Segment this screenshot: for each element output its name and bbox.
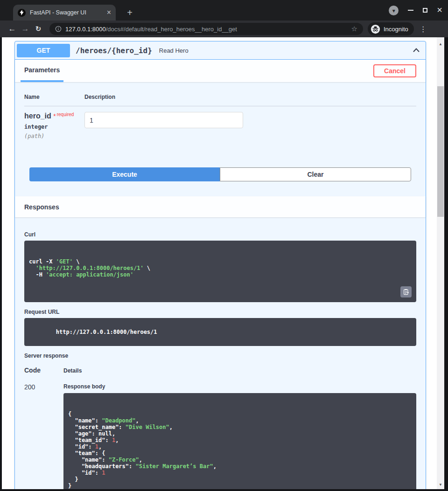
method-badge[interactable]: GET	[17, 44, 70, 57]
reload-button[interactable]	[32, 22, 45, 35]
parameters-table: Name Description hero_id *required integ…	[15, 82, 426, 159]
required-label: required	[57, 112, 74, 117]
forward-button[interactable]	[19, 22, 32, 35]
response-row: 200 Response body { "name": "Deadpond", …	[24, 383, 416, 489]
endpoint-path: /heroes/{hero_id}	[76, 46, 152, 55]
window-caret-button[interactable]	[389, 6, 399, 15]
request-url-value: http://127.0.0.1:8000/heroes/1	[56, 329, 157, 335]
tab-close-icon[interactable]	[107, 8, 111, 17]
required-star: *	[53, 112, 56, 120]
parameter-location: (path)	[24, 133, 84, 139]
reload-icon	[35, 25, 42, 33]
curl-label: Curl	[24, 231, 416, 238]
clipboard-icon	[403, 289, 409, 295]
browser-menu-button[interactable]	[418, 23, 429, 35]
request-url-label: Request URL	[24, 309, 416, 315]
copy-curl-button[interactable]	[400, 286, 412, 297]
browser-toolbar: 127.0.0.1:8000/docs#/default/read_hero_h…	[0, 21, 448, 37]
parameter-description-cell	[84, 112, 243, 139]
opblock-get: GET /heroes/{hero_id} Read Hero Paramete…	[14, 41, 426, 489]
server-response-label: Server response	[24, 353, 416, 359]
swagger-page: GET /heroes/{hero_id} Read Hero Paramete…	[2, 37, 437, 489]
forward-arrow-icon	[21, 24, 29, 34]
incognito-badge: Incognito	[368, 22, 414, 35]
scroll-down-arrow-icon[interactable]	[437, 479, 444, 488]
response-details-cell: Response body { "name": "Deadpond", "sec…	[63, 383, 416, 489]
url-text: 127.0.0.1:8000/docs#/default/read_hero_h…	[65, 26, 351, 33]
response-body-block: { "name": "Deadpond", "secret_name": "Di…	[63, 393, 416, 489]
tab-parameters[interactable]: Parameters	[21, 60, 63, 82]
execute-button[interactable]: Execute	[29, 167, 220, 181]
chevron-up-icon	[412, 46, 421, 55]
browser-tab-bar: FastAPI - Swagger UI	[0, 0, 448, 21]
minimize-button[interactable]	[408, 10, 413, 11]
window-controls	[389, 5, 442, 16]
parameter-row: hero_id *required integer (path)	[24, 106, 416, 139]
details-column-header: Details	[63, 367, 82, 374]
responses-body: Curl curl -X 'GET' \ 'http://127.0.0.1:8…	[15, 217, 426, 489]
new-tab-button[interactable]	[124, 7, 135, 18]
browser-tab[interactable]: FastAPI - Swagger UI	[13, 5, 116, 21]
request-url-block: http://127.0.0.1:8000/heroes/1	[24, 318, 416, 346]
tab-title: FastAPI - Swagger UI	[30, 9, 107, 16]
kebab-menu-icon	[420, 25, 427, 34]
status-code: 200	[24, 383, 63, 489]
collapse-button[interactable]	[412, 46, 421, 55]
parameter-name-cell: hero_id *required integer (path)	[24, 112, 84, 139]
response-table-head: Code Details	[24, 367, 416, 374]
fastapi-favicon-icon	[18, 9, 26, 17]
plus-icon	[127, 8, 133, 18]
curl-command: curl -X 'GET' \ 'http://127.0.0.1:8000/h…	[29, 258, 412, 278]
description-column-header: Description	[84, 94, 115, 100]
chevron-down-icon	[392, 6, 395, 14]
info-icon[interactable]	[55, 26, 62, 32]
response-body-json: { "name": "Deadpond", "secret_name": "Di…	[68, 411, 412, 489]
curl-block: curl -X 'GET' \ 'http://127.0.0.1:8000/h…	[24, 241, 416, 302]
execute-row: Execute Clear	[15, 159, 426, 191]
url-bar[interactable]: 127.0.0.1:8000/docs#/default/read_hero_h…	[49, 23, 363, 35]
url-host: 127.0.0.1:8000	[65, 26, 106, 33]
responses-title: Responses	[24, 203, 59, 211]
page-scrollbar[interactable]	[437, 37, 444, 489]
parameters-header: Parameters Cancel	[15, 60, 426, 82]
curl-actions	[400, 286, 412, 297]
responses-header: Responses	[15, 196, 426, 217]
back-arrow-icon	[8, 24, 16, 34]
maximize-button[interactable]	[423, 8, 427, 13]
window-close-button[interactable]	[437, 6, 442, 15]
name-column-header: Name	[24, 94, 84, 100]
response-body-label: Response body	[63, 383, 416, 390]
bookmark-star-icon[interactable]	[351, 25, 357, 33]
url-path: /docs#/default/read_hero_heroes__hero_id…	[106, 26, 237, 33]
cancel-button[interactable]: Cancel	[373, 64, 416, 77]
scroll-up-arrow-icon[interactable]	[437, 39, 444, 47]
incognito-label: Incognito	[384, 26, 408, 33]
scrollbar-thumb[interactable]	[437, 86, 444, 217]
parameters-table-head: Name Description	[24, 94, 416, 106]
parameter-name: hero_id	[24, 112, 51, 120]
incognito-icon	[371, 24, 380, 34]
clear-button[interactable]: Clear	[220, 167, 411, 181]
code-column-header: Code	[24, 367, 63, 374]
opblock-summary[interactable]: GET /heroes/{hero_id} Read Hero	[15, 41, 426, 60]
endpoint-summary: Read Hero	[159, 47, 189, 54]
back-button[interactable]	[6, 22, 19, 35]
parameter-type: integer	[24, 124, 84, 130]
hero-id-input[interactable]	[84, 112, 243, 128]
